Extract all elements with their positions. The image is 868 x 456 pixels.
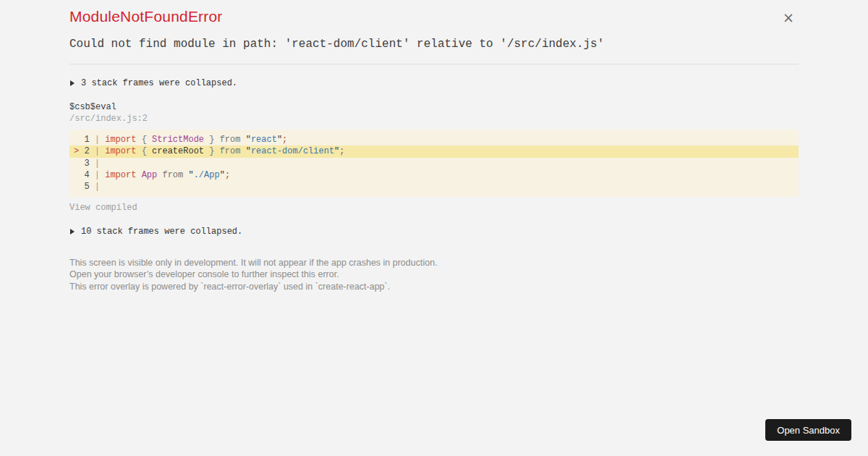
frame-file-location[interactable]: /src/index.js:2 bbox=[69, 114, 148, 124]
divider bbox=[69, 64, 799, 64]
footer-notes: This screen is visible only in developme… bbox=[69, 257, 438, 292]
open-sandbox-label: Open Sandbox bbox=[777, 425, 840, 436]
collapsed-frames-label: 3 stack frames were collapsed. bbox=[81, 78, 237, 88]
view-compiled-link[interactable]: View compiled bbox=[69, 203, 137, 213]
collapsed-frames-label: 10 stack frames were collapsed. bbox=[81, 227, 242, 237]
footer-note-development: This screen is visible only in developme… bbox=[69, 257, 438, 269]
error-overlay-page: { "overlay": { "title": "ModuleNotFoundE… bbox=[0, 0, 868, 456]
stack-collapse-toggle-top[interactable]: 3 stack frames were collapsed. bbox=[70, 78, 237, 88]
code-line: 1 | import { StrictMode } from "react"; bbox=[69, 134, 799, 145]
code-line: > 2 | import { createRoot } from "react-… bbox=[69, 145, 799, 157]
caret-right-icon bbox=[70, 80, 75, 86]
caret-right-icon bbox=[70, 229, 75, 235]
error-message: Could not find module in path: 'react-do… bbox=[69, 38, 604, 51]
close-icon[interactable]: × bbox=[780, 9, 797, 26]
code-block: 1 | import { StrictMode } from "react";>… bbox=[69, 130, 799, 197]
code-line: 3 | bbox=[69, 158, 799, 169]
footer-note-powered-by: This error overlay is powered by `react-… bbox=[69, 281, 438, 292]
frame-function-name: $csb$eval bbox=[69, 102, 116, 112]
page-title: ModuleNotFoundError bbox=[69, 8, 223, 25]
open-sandbox-button[interactable]: Open Sandbox bbox=[765, 419, 851, 441]
footer-note-console: Open your browser’s developer console to… bbox=[69, 269, 438, 280]
code-line: 4 | import App from "./App"; bbox=[69, 169, 799, 181]
stack-collapse-toggle-bottom[interactable]: 10 stack frames were collapsed. bbox=[70, 227, 242, 237]
code-line: 5 | bbox=[69, 181, 799, 193]
